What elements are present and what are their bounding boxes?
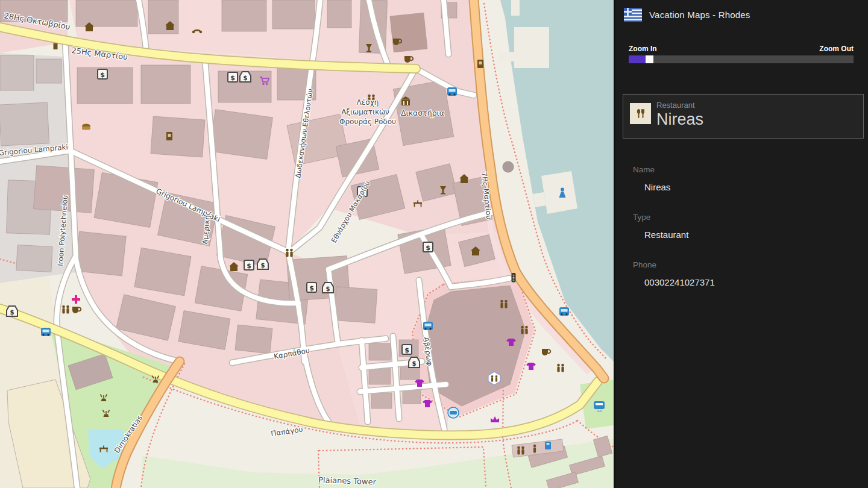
monument-icon[interactable] [503,161,514,172]
app-window: $$$$$$$$$$$$TAXI 28Ης Οκτωβρίου25Ης Μαρτ… [0,0,868,488]
bank-icon[interactable]: $ [307,283,316,292]
type-field-value: Restaurant [644,230,688,240]
sidebar: Vacation Maps - Rhodes Zoom In Zoom Out … [614,0,868,488]
bank-icon[interactable]: $ [98,69,107,79]
svg-text:$: $ [244,75,248,81]
money-bag-icon[interactable]: $ [322,283,333,293]
bank-icon[interactable]: $ [423,242,433,252]
map-label: Φρουράς Ρόδου [339,117,396,126]
money-bag-icon[interactable]: $ [409,357,420,368]
zoom-slider[interactable] [629,55,854,63]
kiosk-icon[interactable] [545,442,551,449]
zoom-out-label[interactable]: Zoom Out [819,45,854,53]
selected-place-card[interactable]: Restaurant Nireas [623,94,864,139]
money-bag-icon[interactable]: $ [240,72,251,82]
svg-text:$: $ [100,71,105,79]
svg-text:TAXI: TAXI [596,410,602,413]
greek-flag-icon [624,8,642,22]
bus-stop-icon[interactable] [423,322,433,330]
money-bag-icon[interactable]: $ [7,306,17,316]
memorial-icon[interactable] [54,43,58,49]
phone-field-label: Phone [633,260,656,269]
svg-text:$: $ [412,360,417,367]
bus-stop-icon[interactable] [559,307,569,316]
bank-icon[interactable]: $ [244,260,254,270]
name-field-label: Name [633,165,655,174]
phone-field-value: 00302241027371 [644,277,715,287]
taxi-stand-icon[interactable] [448,407,459,418]
traffic-light-icon[interactable] [512,273,516,283]
money-bag-icon[interactable]: $ [257,259,268,269]
svg-text:$: $ [326,286,330,292]
svg-text:$: $ [261,262,265,269]
vending-icon[interactable] [166,132,172,140]
bank-icon[interactable]: $ [402,345,412,354]
person-icon[interactable] [533,445,536,453]
map-label: Δικαστήρια [401,108,444,117]
svg-text:$: $ [10,309,14,316]
svg-text:$: $ [404,346,409,354]
bus-stop-icon[interactable] [41,328,51,336]
name-field-value: Nireas [644,182,670,192]
pier [541,171,577,214]
restaurant-icon [630,103,651,124]
vending-icon[interactable] [477,60,483,68]
app-title: Vacation Maps - Rhodes [649,10,750,20]
svg-text:$: $ [309,284,314,292]
map-pane[interactable]: $$$$$$$$$$$$TAXI 28Ης Οκτωβρίου25Ης Μαρτ… [0,0,614,488]
zoom-slider-fill [629,55,646,63]
titlebar: Vacation Maps - Rhodes [624,8,750,22]
fast-food-icon[interactable] [82,124,90,130]
svg-text:$: $ [247,262,251,270]
map[interactable]: $$$$$$$$$$$$TAXI 28Ης Οκτωβρίου25Ης Μαρτ… [0,0,614,488]
bank-icon[interactable]: $ [228,72,237,82]
map-label: Αξιωματικών [341,108,389,116]
zoom-in-label[interactable]: Zoom In [629,45,657,53]
pier [514,27,549,68]
selected-place-category: Restaurant [656,101,695,110]
selected-place-name: Nireas [656,110,703,129]
bus-stop-icon[interactable] [447,87,457,96]
zoom-slider-thumb[interactable] [646,55,653,63]
map-label: Λέσχη [357,98,379,107]
type-field-label: Type [633,213,650,222]
svg-text:$: $ [230,74,235,82]
svg-text:$: $ [426,244,430,252]
